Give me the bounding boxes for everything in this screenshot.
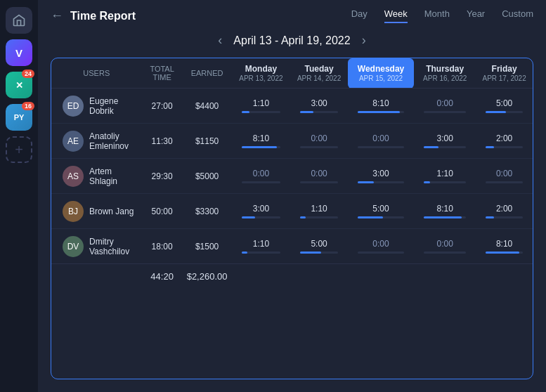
day-cell-4-0: 1:10 bbox=[232, 229, 291, 264]
day-cell-4-3: 0:00 bbox=[414, 229, 476, 264]
progress-bg-1-1 bbox=[300, 146, 338, 148]
day-cell-3-0: 3:00 bbox=[232, 194, 291, 229]
tab-day[interactable]: Day bbox=[351, 8, 368, 23]
col-thursday: Thursday APR 16, 2022 bbox=[414, 58, 476, 89]
earned-4: $1500 bbox=[183, 229, 232, 264]
sidebar-app-v[interactable]: V bbox=[6, 39, 32, 66]
day-cell-1-2: 0:00 bbox=[348, 124, 414, 159]
progress-fill-3-4 bbox=[486, 216, 494, 218]
sidebar-add-button[interactable]: + bbox=[6, 136, 32, 163]
day-value-2-0: 0:00 bbox=[242, 169, 281, 178]
user-name-2: Artem Shlagin bbox=[89, 166, 138, 186]
week-label: April 13 - April 19, 2022 bbox=[233, 34, 350, 47]
tab-nav: Day Week Month Year Custom bbox=[351, 8, 533, 23]
progress-fill-1-0 bbox=[242, 146, 277, 148]
day-value-4-2: 0:00 bbox=[358, 239, 404, 249]
table-row: BJ Brown Jang 50:00$3300 3:00 1:10 bbox=[51, 194, 533, 229]
footer-earned: $2,260.00 bbox=[183, 264, 232, 289]
tab-custom[interactable]: Custom bbox=[502, 8, 533, 23]
day-value-4-4: 8:10 bbox=[486, 239, 523, 249]
progress-fill-0-1 bbox=[300, 111, 313, 113]
table-header-row: USERS TOTAL TIME EARNED Monday APR 13, 2… bbox=[51, 58, 533, 89]
table-row: ED Eugene Dobrik 27:00$4400 1:10 3:00 bbox=[51, 89, 533, 124]
col-total-time: TOTAL TIME bbox=[142, 58, 183, 89]
day-value-3-3: 8:10 bbox=[424, 204, 466, 214]
progress-bg-4-0 bbox=[242, 251, 281, 254]
col-wednesday: Wednesday APR 15, 2022 bbox=[348, 58, 414, 89]
progress-fill-4-1 bbox=[300, 251, 320, 254]
day-cell-0-0: 1:10 bbox=[232, 89, 291, 124]
day-value-4-1: 5:00 bbox=[300, 239, 338, 249]
day-value-2-1: 0:00 bbox=[300, 169, 338, 178]
back-button[interactable]: ← bbox=[51, 8, 63, 23]
progress-bg-3-2 bbox=[358, 216, 404, 218]
progress-fill-3-0 bbox=[242, 216, 256, 218]
avatar-3: BJ bbox=[63, 201, 84, 222]
day-value-0-1: 3:00 bbox=[300, 98, 338, 108]
day-cell-1-0: 8:10 bbox=[232, 124, 291, 159]
day-cell-2-1: 0:00 bbox=[290, 159, 348, 194]
total-time-1: 11:30 bbox=[142, 124, 183, 159]
user-name-3: Brown Jang bbox=[89, 207, 134, 216]
progress-bg-2-0 bbox=[242, 181, 281, 183]
time-table: USERS TOTAL TIME EARNED Monday APR 13, 2… bbox=[51, 58, 533, 289]
day-cell-0-2: 8:10 bbox=[348, 89, 414, 124]
footer-users-cell bbox=[51, 264, 142, 289]
day-value-0-4: 5:00 bbox=[486, 98, 523, 108]
main-content: ← Time Report Day Week Month Year Custom… bbox=[38, 0, 546, 392]
progress-fill-4-0 bbox=[242, 251, 247, 254]
day-cell-3-4: 2:00 bbox=[476, 194, 533, 229]
progress-fill-1-3 bbox=[424, 146, 438, 148]
tab-week[interactable]: Week bbox=[384, 8, 408, 23]
total-time-3: 50:00 bbox=[142, 194, 183, 229]
progress-bg-2-4 bbox=[486, 181, 523, 183]
avatar-4: DV bbox=[63, 236, 84, 257]
avatar-1: AE bbox=[63, 131, 84, 152]
day-value-1-3: 3:00 bbox=[424, 133, 466, 143]
sidebar: V ✕ 24 PY 16 + bbox=[0, 0, 38, 392]
day-value-4-3: 0:00 bbox=[424, 239, 466, 249]
prev-week-button[interactable]: ‹ bbox=[218, 33, 222, 48]
day-value-1-0: 8:10 bbox=[242, 133, 281, 143]
time-table-container: USERS TOTAL TIME EARNED Monday APR 13, 2… bbox=[51, 58, 533, 379]
sidebar-app-py[interactable]: PY 16 bbox=[6, 104, 32, 131]
day-value-1-1: 0:00 bbox=[300, 133, 338, 143]
progress-bg-4-2 bbox=[358, 251, 404, 254]
day-value-4-0: 1:10 bbox=[242, 239, 281, 249]
table-row: AS Artem Shlagin 29:30$5000 0:00 0:00 bbox=[51, 159, 533, 194]
earned-1: $1150 bbox=[183, 124, 232, 159]
day-value-3-4: 2:00 bbox=[486, 204, 523, 214]
user-cell-2: AS Artem Shlagin bbox=[51, 159, 142, 194]
progress-fill-3-1 bbox=[300, 216, 306, 218]
day-value-3-2: 5:00 bbox=[358, 204, 404, 214]
user-cell-0: ED Eugene Dobrik bbox=[51, 89, 142, 124]
day-value-2-2: 3:00 bbox=[358, 169, 404, 178]
progress-fill-3-2 bbox=[358, 216, 383, 218]
day-cell-3-2: 5:00 bbox=[348, 194, 414, 229]
progress-bg-0-4 bbox=[486, 111, 523, 113]
sidebar-home[interactable] bbox=[6, 7, 32, 34]
total-time-4: 18:00 bbox=[142, 229, 183, 264]
progress-bg-2-3 bbox=[424, 181, 466, 183]
day-cell-1-4: 2:00 bbox=[476, 124, 533, 159]
tab-month[interactable]: Month bbox=[424, 8, 450, 23]
progress-fill-2-2 bbox=[358, 181, 374, 183]
progress-fill-0-0 bbox=[242, 111, 249, 113]
avatar-0: ED bbox=[63, 96, 84, 117]
progress-bg-1-0 bbox=[242, 146, 281, 148]
col-users: USERS bbox=[51, 58, 142, 89]
day-cell-4-1: 5:00 bbox=[290, 229, 348, 264]
day-value-1-2: 0:00 bbox=[358, 133, 404, 143]
day-cell-3-1: 1:10 bbox=[290, 194, 348, 229]
tab-year[interactable]: Year bbox=[467, 8, 485, 23]
progress-bg-4-4 bbox=[486, 251, 523, 254]
footer-total-time: 44:20 bbox=[142, 264, 183, 289]
progress-fill-1-4 bbox=[486, 146, 494, 148]
progress-bg-1-3 bbox=[424, 146, 466, 148]
sidebar-app-x[interactable]: ✕ 24 bbox=[6, 72, 32, 98]
day-cell-0-4: 5:00 bbox=[476, 89, 533, 124]
day-value-0-2: 8:10 bbox=[358, 98, 404, 108]
week-navigator: ‹ April 13 - April 19, 2022 › bbox=[51, 33, 533, 48]
user-name-0: Eugene Dobrik bbox=[89, 96, 138, 116]
next-week-button[interactable]: › bbox=[362, 33, 366, 48]
